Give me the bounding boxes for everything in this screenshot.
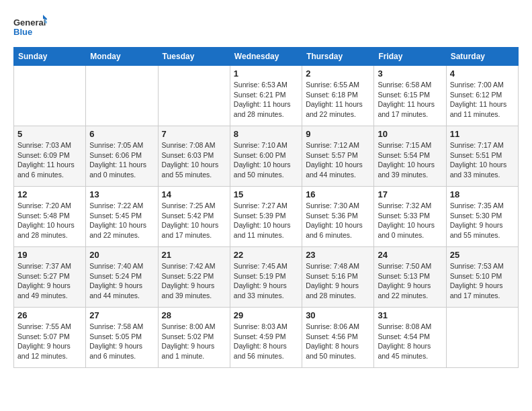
calendar-cell: 19Sunrise: 7:37 AM Sunset: 5:27 PM Dayli… bbox=[14, 247, 86, 308]
calendar-cell: 6Sunrise: 7:05 AM Sunset: 6:06 PM Daylig… bbox=[86, 126, 158, 187]
day-info: Sunrise: 7:37 AM Sunset: 5:27 PM Dayligh… bbox=[17, 261, 82, 301]
calendar-cell: 2Sunrise: 6:55 AM Sunset: 6:18 PM Daylig… bbox=[302, 66, 374, 126]
calendar-cell bbox=[446, 308, 518, 368]
calendar-cell: 24Sunrise: 7:50 AM Sunset: 5:13 PM Dayli… bbox=[374, 247, 446, 308]
calendar-cell: 5Sunrise: 7:03 AM Sunset: 6:09 PM Daylig… bbox=[14, 126, 86, 187]
calendar-cell: 4Sunrise: 7:00 AM Sunset: 6:12 PM Daylig… bbox=[446, 66, 518, 126]
day-info: Sunrise: 6:55 AM Sunset: 6:18 PM Dayligh… bbox=[306, 80, 370, 120]
day-number: 3 bbox=[378, 68, 442, 79]
day-number: 5 bbox=[17, 129, 82, 139]
logo-svg: General Blue bbox=[13, 13, 47, 40]
logo: General Blue bbox=[13, 13, 47, 40]
day-info: Sunrise: 7:30 AM Sunset: 5:36 PM Dayligh… bbox=[306, 201, 370, 240]
calendar-cell: 17Sunrise: 7:32 AM Sunset: 5:33 PM Dayli… bbox=[374, 187, 446, 247]
calendar-cell: 8Sunrise: 7:10 AM Sunset: 6:00 PM Daylig… bbox=[230, 126, 302, 187]
calendar-cell bbox=[86, 66, 158, 126]
day-info: Sunrise: 7:27 AM Sunset: 5:39 PM Dayligh… bbox=[234, 201, 298, 240]
day-number: 8 bbox=[234, 129, 298, 139]
calendar-cell: 26Sunrise: 7:55 AM Sunset: 5:07 PM Dayli… bbox=[14, 308, 86, 368]
day-info: Sunrise: 7:53 AM Sunset: 5:10 PM Dayligh… bbox=[450, 261, 515, 301]
calendar-cell: 10Sunrise: 7:15 AM Sunset: 5:54 PM Dayli… bbox=[374, 126, 446, 187]
day-number: 14 bbox=[162, 189, 226, 199]
weekday-header-wednesday: Wednesday bbox=[230, 48, 302, 66]
weekday-header-thursday: Thursday bbox=[302, 48, 374, 66]
day-number: 27 bbox=[89, 310, 154, 320]
day-number: 15 bbox=[234, 189, 298, 199]
day-number: 31 bbox=[378, 310, 442, 320]
day-info: Sunrise: 7:48 AM Sunset: 5:16 PM Dayligh… bbox=[306, 261, 370, 301]
weekday-header-tuesday: Tuesday bbox=[158, 48, 230, 66]
day-info: Sunrise: 7:35 AM Sunset: 5:30 PM Dayligh… bbox=[450, 201, 515, 240]
day-number: 17 bbox=[378, 189, 442, 199]
calendar-cell bbox=[14, 66, 86, 126]
day-number: 21 bbox=[162, 250, 226, 260]
calendar-cell: 16Sunrise: 7:30 AM Sunset: 5:36 PM Dayli… bbox=[302, 187, 374, 247]
calendar-cell: 23Sunrise: 7:48 AM Sunset: 5:16 PM Dayli… bbox=[302, 247, 374, 308]
day-number: 29 bbox=[234, 310, 298, 320]
day-info: Sunrise: 7:12 AM Sunset: 5:57 PM Dayligh… bbox=[306, 140, 370, 180]
day-info: Sunrise: 7:22 AM Sunset: 5:45 PM Dayligh… bbox=[89, 201, 154, 240]
calendar-cell: 18Sunrise: 7:35 AM Sunset: 5:30 PM Dayli… bbox=[446, 187, 518, 247]
day-info: Sunrise: 7:50 AM Sunset: 5:13 PM Dayligh… bbox=[378, 261, 442, 301]
calendar-cell: 28Sunrise: 8:00 AM Sunset: 5:02 PM Dayli… bbox=[158, 308, 230, 368]
day-number: 4 bbox=[450, 68, 515, 79]
calendar-week-row: 19Sunrise: 7:37 AM Sunset: 5:27 PM Dayli… bbox=[14, 247, 519, 308]
day-number: 10 bbox=[378, 129, 442, 139]
day-info: Sunrise: 7:10 AM Sunset: 6:00 PM Dayligh… bbox=[234, 140, 298, 180]
day-number: 28 bbox=[162, 310, 226, 320]
day-info: Sunrise: 8:06 AM Sunset: 4:56 PM Dayligh… bbox=[306, 322, 370, 361]
day-number: 25 bbox=[450, 250, 515, 260]
day-number: 18 bbox=[450, 189, 515, 199]
day-info: Sunrise: 7:15 AM Sunset: 5:54 PM Dayligh… bbox=[378, 140, 442, 180]
day-info: Sunrise: 7:58 AM Sunset: 5:05 PM Dayligh… bbox=[89, 322, 154, 361]
calendar-cell: 25Sunrise: 7:53 AM Sunset: 5:10 PM Dayli… bbox=[446, 247, 518, 308]
day-number: 19 bbox=[17, 250, 82, 260]
weekday-header-monday: Monday bbox=[86, 48, 158, 66]
day-info: Sunrise: 7:55 AM Sunset: 5:07 PM Dayligh… bbox=[17, 322, 82, 361]
calendar-body: 1Sunrise: 6:53 AM Sunset: 6:21 PM Daylig… bbox=[14, 66, 519, 368]
calendar-cell: 29Sunrise: 8:03 AM Sunset: 4:59 PM Dayli… bbox=[230, 308, 302, 368]
day-number: 13 bbox=[89, 189, 154, 199]
svg-text:General: General bbox=[13, 17, 46, 28]
weekday-header-saturday: Saturday bbox=[446, 48, 518, 66]
day-info: Sunrise: 7:32 AM Sunset: 5:33 PM Dayligh… bbox=[378, 201, 442, 240]
calendar-cell: 3Sunrise: 6:58 AM Sunset: 6:15 PM Daylig… bbox=[374, 66, 446, 126]
calendar-cell: 21Sunrise: 7:42 AM Sunset: 5:22 PM Dayli… bbox=[158, 247, 230, 308]
day-info: Sunrise: 6:53 AM Sunset: 6:21 PM Dayligh… bbox=[234, 80, 298, 120]
day-info: Sunrise: 7:45 AM Sunset: 5:19 PM Dayligh… bbox=[234, 261, 298, 301]
day-info: Sunrise: 7:40 AM Sunset: 5:24 PM Dayligh… bbox=[89, 261, 154, 301]
day-number: 20 bbox=[89, 250, 154, 260]
day-number: 2 bbox=[306, 68, 370, 79]
weekday-header-friday: Friday bbox=[374, 48, 446, 66]
day-number: 9 bbox=[306, 129, 370, 139]
day-info: Sunrise: 6:58 AM Sunset: 6:15 PM Dayligh… bbox=[378, 80, 442, 120]
day-number: 30 bbox=[306, 310, 370, 320]
calendar-cell: 31Sunrise: 8:08 AM Sunset: 4:54 PM Dayli… bbox=[374, 308, 446, 368]
day-info: Sunrise: 7:05 AM Sunset: 6:06 PM Dayligh… bbox=[89, 140, 154, 180]
day-info: Sunrise: 7:20 AM Sunset: 5:48 PM Dayligh… bbox=[17, 201, 82, 240]
day-number: 6 bbox=[89, 129, 154, 139]
day-number: 24 bbox=[378, 250, 442, 260]
day-info: Sunrise: 8:08 AM Sunset: 4:54 PM Dayligh… bbox=[378, 322, 442, 361]
calendar-cell: 20Sunrise: 7:40 AM Sunset: 5:24 PM Dayli… bbox=[86, 247, 158, 308]
calendar-cell: 27Sunrise: 7:58 AM Sunset: 5:05 PM Dayli… bbox=[86, 308, 158, 368]
calendar-week-row: 1Sunrise: 6:53 AM Sunset: 6:21 PM Daylig… bbox=[14, 66, 519, 126]
day-number: 11 bbox=[450, 129, 515, 139]
day-number: 7 bbox=[162, 129, 226, 139]
day-number: 23 bbox=[306, 250, 370, 260]
day-info: Sunrise: 8:00 AM Sunset: 5:02 PM Dayligh… bbox=[162, 322, 226, 361]
calendar-cell: 12Sunrise: 7:20 AM Sunset: 5:48 PM Dayli… bbox=[14, 187, 86, 247]
calendar-cell bbox=[158, 66, 230, 126]
calendar-week-row: 12Sunrise: 7:20 AM Sunset: 5:48 PM Dayli… bbox=[14, 187, 519, 247]
calendar-week-row: 5Sunrise: 7:03 AM Sunset: 6:09 PM Daylig… bbox=[14, 126, 519, 187]
day-info: Sunrise: 7:25 AM Sunset: 5:42 PM Dayligh… bbox=[162, 201, 226, 240]
calendar-cell: 7Sunrise: 7:08 AM Sunset: 6:03 PM Daylig… bbox=[158, 126, 230, 187]
day-info: Sunrise: 7:17 AM Sunset: 5:51 PM Dayligh… bbox=[450, 140, 515, 180]
calendar-cell: 9Sunrise: 7:12 AM Sunset: 5:57 PM Daylig… bbox=[302, 126, 374, 187]
day-info: Sunrise: 7:00 AM Sunset: 6:12 PM Dayligh… bbox=[450, 80, 515, 120]
day-number: 22 bbox=[234, 250, 298, 260]
page-header: General Blue bbox=[13, 13, 519, 40]
calendar-cell: 13Sunrise: 7:22 AM Sunset: 5:45 PM Dayli… bbox=[86, 187, 158, 247]
day-number: 26 bbox=[17, 310, 82, 320]
day-info: Sunrise: 8:03 AM Sunset: 4:59 PM Dayligh… bbox=[234, 322, 298, 361]
